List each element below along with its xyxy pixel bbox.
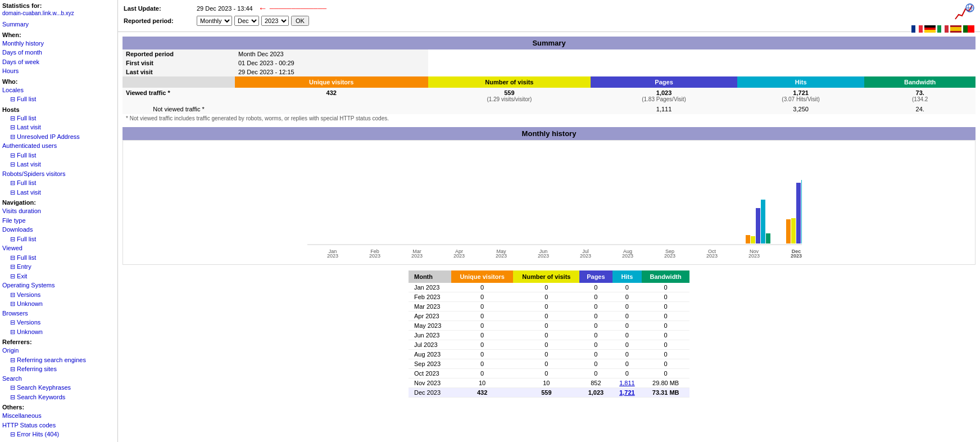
viewed-bw: 73. (134.2	[864, 88, 976, 104]
monthly-row: Sep 2023 0 0 0 0 0	[409, 359, 689, 369]
monthly-row: Oct 2023 0 0 0 0 0	[409, 369, 689, 378]
svg-rect-34	[796, 183, 801, 243]
sidebar-item-search[interactable]: Search	[2, 374, 115, 384]
viewed-visits: 559 (1.29 visits/visitor)	[428, 88, 591, 104]
visits-cell: 0	[513, 340, 579, 350]
hits-cell: 0	[612, 321, 642, 331]
sidebar-item-misc[interactable]: Miscellaneous	[2, 411, 115, 421]
pages-cell: 0	[579, 369, 612, 378]
sidebar-item-auth-users[interactable]: Authenticated users	[2, 141, 115, 151]
unique-cell: 432	[451, 388, 513, 398]
sidebar-item-exit[interactable]: ⊟ Exit	[10, 272, 115, 281]
svg-rect-27	[746, 235, 750, 243]
sidebar-item-unresolved-ip[interactable]: ⊟ Unresolved IP Address	[10, 132, 115, 142]
col-hits-header: Hits	[737, 76, 864, 88]
sidebar-item-auth-full[interactable]: ⊟ Full list	[10, 151, 115, 160]
col-visits-header: Number of visits	[428, 76, 591, 88]
viewed-traffic-row: Viewed traffic * 432 559 (1.29 visits/vi…	[122, 88, 976, 104]
sidebar-item-days-of-week[interactable]: Days of week	[2, 57, 115, 67]
sidebar-item-monthly-history[interactable]: Monthly history	[2, 39, 115, 48]
ok-button[interactable]: OK	[291, 16, 309, 26]
monthly-chart: Jan 2023 Feb 2023 Mar 2023 Apr 2023 May …	[296, 146, 802, 259]
year-select[interactable]: 2023	[261, 16, 289, 26]
month-cell: Nov 2023	[409, 378, 451, 388]
th-visits: Number of visits	[513, 270, 579, 283]
sidebar-item-entry[interactable]: ⊟ Entry	[10, 262, 115, 272]
unique-cell: 0	[451, 359, 513, 369]
col-pages-header: Pages	[591, 76, 737, 88]
svg-rect-29	[756, 208, 760, 243]
sidebar-item-os[interactable]: Operating Systems	[2, 281, 115, 290]
sidebar-item-viewed[interactable]: Viewed	[2, 243, 115, 253]
sidebar-item-locales-full[interactable]: ⊟ Full list	[10, 94, 115, 104]
not-viewed-bw: 24.	[864, 104, 976, 114]
summary-table: Reported period Month Dec 2023 First vis…	[122, 49, 976, 123]
sidebar-item-hours[interactable]: Hours	[2, 66, 115, 76]
sidebar-item-locales[interactable]: Locales	[2, 85, 115, 95]
sidebar-item-visits-duration[interactable]: Visits duration	[2, 206, 115, 216]
hits-cell: 0	[612, 292, 642, 302]
svg-rect-31	[766, 233, 770, 243]
sidebar-item-browsers[interactable]: Browsers	[2, 309, 115, 318]
sidebar-domain: domain-cuaban.link.w...b.xyz	[2, 10, 115, 16]
sidebar-navigation-label: Navigation:	[2, 199, 115, 206]
chart-icon	[954, 3, 974, 24]
sidebar-item-downloads-full[interactable]: ⊟ Full list	[10, 234, 115, 244]
sidebar-item-browsers-versions[interactable]: ⊟ Versions	[10, 318, 115, 327]
month-select[interactable]: Dec	[234, 16, 259, 26]
hits-cell: 1,721	[612, 388, 642, 398]
sidebar-item-viewed-full[interactable]: ⊟ Full list	[10, 253, 115, 263]
sidebar-item-browsers-unknown[interactable]: ⊟ Unknown	[10, 327, 115, 337]
flag-spain	[950, 25, 961, 33]
main-content: Last Update: 29 Dec 2023 - 13:44 ← ─────…	[118, 0, 980, 442]
hits-cell: 0	[612, 350, 642, 359]
pages-cell: 0	[579, 350, 612, 359]
sidebar-item-auth-last[interactable]: ⊟ Last visit	[10, 160, 115, 169]
hits-cell: 1,811	[612, 378, 642, 388]
sidebar-item-os-versions[interactable]: ⊟ Versions	[10, 290, 115, 300]
sidebar-item-hosts-last[interactable]: ⊟ Last visit	[10, 123, 115, 132]
svg-text:2023: 2023	[791, 253, 802, 259]
sidebar-item-http-status[interactable]: HTTP Status codes	[2, 421, 115, 430]
hits-cell: 0	[612, 331, 642, 340]
sidebar-item-days-of-month[interactable]: Days of month	[2, 48, 115, 57]
sidebar-item-downloads[interactable]: Downloads	[2, 225, 115, 234]
bw-cell: 0	[642, 340, 689, 350]
sidebar-item-search-keyphrases[interactable]: ⊟ Search Keyphrases	[10, 383, 115, 393]
last-update-value: 29 Dec 2023 - 13:44	[197, 5, 253, 12]
stats-header-row: Unique visitors Number of visits Pages H…	[122, 76, 976, 88]
hits-cell: 0	[612, 312, 642, 321]
sidebar-item-robots[interactable]: Robots/Spiders visitors	[2, 169, 115, 179]
sidebar-item-referring-sites[interactable]: ⊟ Referring sites	[10, 364, 115, 374]
th-month: Month	[409, 270, 451, 283]
monthly-row: Apr 2023 0 0 0 0 0	[409, 312, 689, 321]
month-cell: Jun 2023	[409, 331, 451, 340]
sidebar-item-robots-last[interactable]: ⊟ Last visit	[10, 188, 115, 197]
visits-cell: 0	[513, 331, 579, 340]
month-cell: Apr 2023	[409, 312, 451, 321]
viewed-label: Viewed traffic *	[122, 88, 235, 104]
sidebar-item-summary[interactable]: Summary	[2, 20, 115, 29]
sidebar-item-robots-full[interactable]: ⊟ Full list	[10, 178, 115, 188]
monthly-row: Mar 2023 0 0 0 0 0	[409, 302, 689, 312]
svg-text:2023: 2023	[369, 253, 380, 259]
svg-text:2023: 2023	[411, 253, 423, 259]
bw-cell: 0	[642, 331, 689, 340]
bw-cell: 0	[642, 369, 689, 378]
sidebar-item-origin[interactable]: Origin	[2, 346, 115, 355]
svg-text:2023: 2023	[622, 253, 633, 259]
sidebar-item-error-hits[interactable]: ⊟ Error Hits (404)	[10, 430, 115, 439]
th-hits: Hits	[612, 270, 642, 283]
sidebar-item-search-keywords[interactable]: ⊟ Search Keywords	[10, 393, 115, 402]
sidebar-item-os-unknown[interactable]: ⊟ Unknown	[10, 299, 115, 309]
bw-cell: 0	[642, 312, 689, 321]
pages-cell: 0	[579, 359, 612, 369]
summary-section: Summary Reported period Month Dec 2023 F…	[122, 37, 976, 123]
visits-cell: 0	[513, 292, 579, 302]
month-cell: Dec 2023	[409, 388, 451, 398]
flag-france	[911, 25, 923, 33]
sidebar-item-referring-engines[interactable]: ⊟ Referring search engines	[10, 355, 115, 365]
period-select[interactable]: Monthly	[197, 16, 232, 26]
sidebar-item-hosts-full[interactable]: ⊟ Full list	[10, 114, 115, 123]
sidebar-item-file-type[interactable]: File type	[2, 216, 115, 225]
